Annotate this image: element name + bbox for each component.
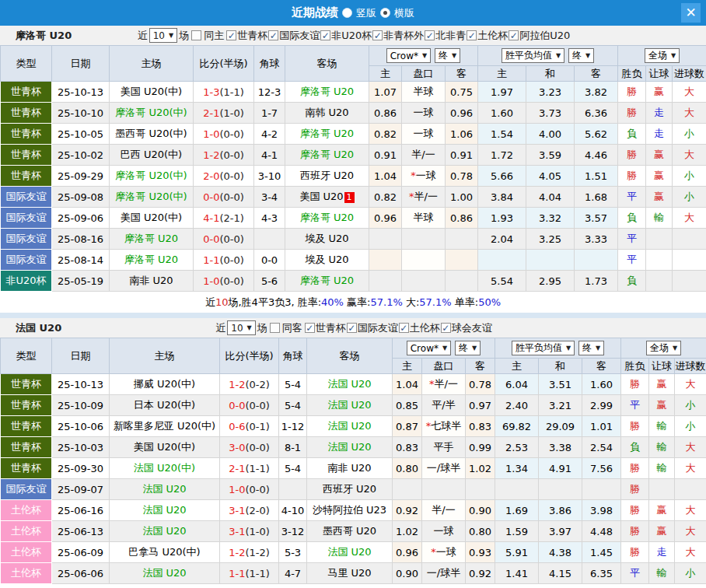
odds-time-select[interactable]: 终 ▼	[455, 341, 481, 355]
match-row: 世青杯25-10-03美国 U20(中)3-0(0-0)8-1法国 U200.8…	[1, 437, 706, 458]
vertical-layout-label: 竖版	[356, 6, 376, 20]
match-count-select[interactable]: 10▼	[149, 28, 177, 43]
result-cell: 勝	[621, 521, 649, 542]
home-team-cell: 摩洛哥 U20(中)	[110, 103, 194, 124]
goals-cell	[673, 271, 706, 292]
avg-draw-cell: 4.15	[539, 563, 582, 584]
avg-time-select[interactable]: 终 ▼	[568, 48, 594, 63]
avg-home-cell: 5.91	[495, 542, 539, 563]
odds-home-cell: 0.82	[369, 187, 402, 208]
handicap-result-cell: 赢	[649, 374, 675, 395]
avg-draw-cell: 4.38	[539, 542, 582, 563]
handicap-cell: 半/一	[422, 500, 466, 521]
odds-home-cell: 0.92	[393, 500, 422, 521]
dropdown-arrow-icon: ▼	[247, 324, 252, 331]
league-filter-checkbox[interactable]: ✓	[305, 323, 315, 333]
avg-draw-cell: 4.05	[526, 166, 575, 187]
vertical-layout-radio[interactable]	[342, 8, 352, 18]
handicap-result-cell: 走	[646, 124, 673, 145]
avg-away-cell: 7.56	[582, 458, 621, 479]
handicap-result-cell: 輸	[646, 208, 673, 229]
home-team-cell: 巴西 U20(中)	[110, 145, 194, 166]
league-filter-checkbox[interactable]: ✓	[320, 30, 330, 40]
match-count-select[interactable]: 10▼	[227, 320, 255, 335]
result-cell: 勝	[618, 103, 646, 124]
corners-cell: 4-1	[254, 145, 285, 166]
bookmaker-select[interactable]: Crow* ▼	[407, 341, 451, 355]
period-select[interactable]: 全场 ▼	[646, 341, 681, 355]
away-team-cell: 沙特阿拉伯 U23	[307, 500, 393, 521]
odds-away-cell: 0.96	[446, 103, 478, 124]
result-cell: 勝	[621, 500, 649, 521]
home-team-cell: 法国 U20(中)	[110, 458, 220, 479]
league-filter-checkbox[interactable]: ✓	[441, 323, 451, 333]
dropdown-arrow-icon: ▼	[422, 52, 427, 59]
goals-cell: 大	[673, 103, 706, 124]
match-row: 国际友谊25-08-14摩洛哥 U201-1(0-0)0-0埃及 U20平	[1, 250, 706, 271]
filter-bar-controls: 近10▼场同主✓世青杯✓国际友谊✓非U20杯✓非青杯外✓北非青✓土伦杯✓阿拉伯U…	[136, 28, 571, 43]
league-filter-checkbox[interactable]: ✓	[425, 30, 435, 40]
league-filter-checkbox[interactable]: ✓	[268, 30, 278, 40]
avg-draw-cell: 29.09	[539, 416, 582, 437]
avg-draw-cell: 3.32	[526, 208, 575, 229]
corners-cell: 0-0	[254, 250, 285, 271]
avg-odds-select[interactable]: 胜平负均值 ▼	[502, 48, 564, 63]
result-cell: 勝	[621, 458, 649, 479]
page-title: 近期战绩	[292, 5, 338, 20]
goals-cell: 大	[675, 458, 706, 479]
match-date-cell: 25-10-13	[52, 82, 110, 103]
dropdown-arrow-icon: ▼	[472, 345, 477, 352]
avg-odds-select[interactable]: 胜平负均值 ▼	[512, 341, 575, 355]
col-result: 胜负	[618, 66, 646, 82]
competition-type-cell: 世青杯	[1, 145, 52, 166]
match-date-cell: 25-10-10	[52, 103, 110, 124]
col-score: 比分(半场)	[220, 338, 279, 374]
result-cell: 勝	[621, 542, 649, 563]
col-avg-draw: 和	[539, 359, 582, 374]
avg-home-cell: 69.82	[495, 416, 539, 437]
avg-home-cell: 1.41	[495, 563, 539, 584]
corners-cell	[279, 479, 307, 500]
bookmaker-select[interactable]: Crow* ▼	[386, 48, 431, 63]
competition-type-cell: 国际友谊	[1, 208, 52, 229]
col-home: 主场	[110, 46, 194, 82]
competition-type-cell: 国际友谊	[1, 187, 52, 208]
near-label: 近	[138, 29, 148, 43]
odds-away-cell: 0.92	[466, 563, 495, 584]
avg-home-cell: 1.97	[478, 82, 526, 103]
league-filter-checkbox[interactable]: ✓	[509, 30, 519, 40]
col-goals: 进球数	[673, 66, 706, 82]
handicap-result-cell: 赢	[646, 145, 673, 166]
handicap-cell: *一球	[422, 542, 466, 563]
close-button[interactable]: ✕	[681, 3, 701, 23]
period-select[interactable]: 全场 ▼	[645, 48, 680, 63]
dropdown-arrow-icon: ▼	[442, 345, 447, 352]
horizontal-layout-radio[interactable]	[380, 8, 390, 18]
same-venue-checkbox[interactable]	[270, 323, 280, 333]
league-filter-label: 土伦杯	[410, 321, 440, 335]
league-filter-checkbox[interactable]: ✓	[399, 323, 409, 333]
goals-cell: 大	[675, 521, 706, 542]
handicap-cell: 平/半	[422, 395, 466, 416]
league-filter-checkbox[interactable]: ✓	[372, 30, 383, 40]
avg-time-select[interactable]: 终 ▼	[578, 341, 604, 355]
league-filter-checkbox[interactable]: ✓	[347, 323, 357, 333]
dropdown-arrow-icon: ▼	[596, 345, 600, 352]
col-avg-away: 客	[582, 359, 621, 374]
col-odds-away: 客	[466, 359, 495, 374]
score-cell: 0-0(0-0)	[194, 229, 254, 250]
handicap-result-cell: 赢	[649, 500, 675, 521]
odds-time-select[interactable]: 终 ▼	[435, 48, 460, 63]
league-filter-label: 世青杯	[316, 321, 346, 335]
competition-type-cell: 国际友谊	[1, 229, 52, 250]
league-filter-checkbox[interactable]: ✓	[226, 30, 236, 40]
team-title: 摩洛哥 U20	[16, 29, 72, 43]
handicap-cell: 一/球半	[422, 563, 466, 584]
corners-cell: 5-4	[279, 395, 307, 416]
match-row: 世青杯25-10-05墨西哥 U20(中)1-0(0-0)4-2摩洛哥 U200…	[1, 124, 706, 145]
same-venue-checkbox[interactable]	[191, 30, 201, 40]
league-filter-checkbox[interactable]: ✓	[467, 30, 477, 40]
odds-home-cell: 0.80	[393, 458, 422, 479]
match-row: 土伦杯25-06-06法国 U201-1(1-1)4-7马里 U200.90一/…	[1, 563, 706, 584]
handicap-cell: 半球	[402, 208, 446, 229]
